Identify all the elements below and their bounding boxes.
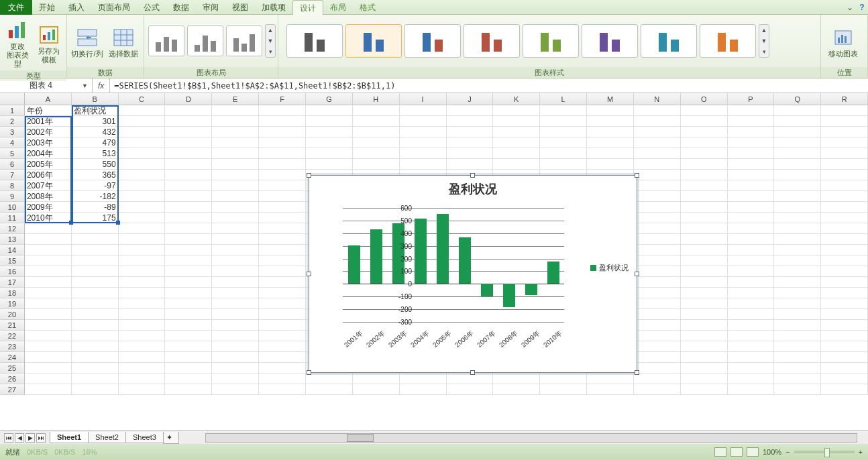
cell-O5[interactable] xyxy=(681,148,728,159)
cell-E25[interactable] xyxy=(212,363,259,373)
row-header-16[interactable]: 16 xyxy=(0,266,25,277)
cell-A6[interactable]: 2005年 xyxy=(25,159,72,170)
cell-L27[interactable] xyxy=(540,384,587,395)
cell-P23[interactable] xyxy=(728,341,775,352)
cell-Q11[interactable] xyxy=(774,213,821,223)
sheet-tab-2[interactable]: Sheet2 xyxy=(88,432,126,443)
cell-E7[interactable] xyxy=(212,170,259,180)
bar-2004年[interactable] xyxy=(415,219,427,284)
cell-H5[interactable] xyxy=(353,148,400,159)
cell-B8[interactable]: -97 xyxy=(72,180,119,191)
cell-I5[interactable] xyxy=(400,148,447,159)
cell-A2[interactable]: 2001年 xyxy=(25,116,72,127)
cell-B2[interactable]: 301 xyxy=(72,116,119,127)
cell-Q14[interactable] xyxy=(774,245,821,255)
cell-N26[interactable] xyxy=(634,373,681,384)
tab-data[interactable]: 数据 xyxy=(166,0,196,15)
chart-style-gallery[interactable]: ▲▼▾ xyxy=(282,24,816,58)
cell-D13[interactable] xyxy=(165,234,212,245)
cell-O18[interactable] xyxy=(681,288,728,298)
cell-D8[interactable] xyxy=(165,180,212,191)
cell-Q4[interactable] xyxy=(774,137,821,148)
cell-G1[interactable] xyxy=(306,105,353,116)
cell-B9[interactable]: -182 xyxy=(72,191,119,202)
cell-E6[interactable] xyxy=(212,159,259,170)
sheet-nav[interactable]: ⏮◀▶⏭ xyxy=(0,433,50,443)
tab-insert[interactable]: 插入 xyxy=(62,0,91,15)
cell-P8[interactable] xyxy=(728,180,775,191)
cell-B17[interactable] xyxy=(72,277,119,288)
cell-P1[interactable] xyxy=(728,105,775,116)
cell-M2[interactable] xyxy=(587,116,634,127)
cell-Q10[interactable] xyxy=(774,202,821,213)
cell-A18[interactable] xyxy=(25,288,72,298)
cell-C11[interactable] xyxy=(119,213,166,223)
cell-O15[interactable] xyxy=(681,255,728,266)
tab-home[interactable]: 开始 xyxy=(32,0,62,15)
cell-Q25[interactable] xyxy=(774,363,821,373)
zoom-in-button[interactable]: + xyxy=(859,448,863,456)
cell-G6[interactable] xyxy=(306,159,353,170)
row-header-13[interactable]: 13 xyxy=(0,234,25,245)
style-thumb-3[interactable] xyxy=(404,24,461,58)
cell-R24[interactable] xyxy=(821,352,868,363)
cell-B22[interactable] xyxy=(72,331,119,341)
row-header-6[interactable]: 6 xyxy=(0,159,25,170)
cell-F15[interactable] xyxy=(259,255,306,266)
cell-I2[interactable] xyxy=(400,116,447,127)
cell-N14[interactable] xyxy=(634,245,681,255)
cell-O19[interactable] xyxy=(681,298,728,309)
bar-2010年[interactable] xyxy=(547,262,559,284)
cell-N5[interactable] xyxy=(634,148,681,159)
bar-2005年[interactable] xyxy=(437,214,449,284)
cell-R16[interactable] xyxy=(821,266,868,277)
cell-N4[interactable] xyxy=(634,137,681,148)
cell-P6[interactable] xyxy=(728,159,775,170)
cell-Q21[interactable] xyxy=(774,320,821,331)
view-pagebreak-button[interactable] xyxy=(747,447,759,457)
cell-E15[interactable] xyxy=(212,255,259,266)
cell-P9[interactable] xyxy=(728,191,775,202)
cell-H1[interactable] xyxy=(353,105,400,116)
cell-C2[interactable] xyxy=(119,116,166,127)
row-header-23[interactable]: 23 xyxy=(0,341,25,352)
row-header-18[interactable]: 18 xyxy=(0,288,25,298)
cell-M4[interactable] xyxy=(587,137,634,148)
cell-B16[interactable] xyxy=(72,266,119,277)
cell-F21[interactable] xyxy=(259,320,306,331)
cell-R4[interactable] xyxy=(821,137,868,148)
cell-P5[interactable] xyxy=(728,148,775,159)
cell-D6[interactable] xyxy=(165,159,212,170)
row-header-20[interactable]: 20 xyxy=(0,309,25,320)
cell-A15[interactable] xyxy=(25,255,72,266)
cell-R7[interactable] xyxy=(821,170,868,180)
cell-B24[interactable] xyxy=(72,352,119,363)
cell-K26[interactable] xyxy=(493,373,540,384)
cell-N18[interactable] xyxy=(634,288,681,298)
row-header-22[interactable]: 22 xyxy=(0,331,25,341)
cell-G4[interactable] xyxy=(306,137,353,148)
cell-C21[interactable] xyxy=(119,320,166,331)
cell-K1[interactable] xyxy=(493,105,540,116)
cell-N7[interactable] xyxy=(634,170,681,180)
cell-D27[interactable] xyxy=(165,384,212,395)
cell-B23[interactable] xyxy=(72,341,119,352)
cell-H26[interactable] xyxy=(353,373,400,384)
cell-D14[interactable] xyxy=(165,245,212,255)
col-header-Q[interactable]: Q xyxy=(774,93,821,105)
cell-L2[interactable] xyxy=(540,116,587,127)
cell-O22[interactable] xyxy=(681,331,728,341)
cell-J5[interactable] xyxy=(447,148,494,159)
cell-P21[interactable] xyxy=(728,320,775,331)
cell-D10[interactable] xyxy=(165,202,212,213)
cell-C1[interactable] xyxy=(119,105,166,116)
switch-row-col-button[interactable]: 切换行/列 xyxy=(71,24,103,58)
cell-N20[interactable] xyxy=(634,309,681,320)
cell-O11[interactable] xyxy=(681,213,728,223)
cell-J4[interactable] xyxy=(447,137,494,148)
cell-P11[interactable] xyxy=(728,213,775,223)
cell-N9[interactable] xyxy=(634,191,681,202)
cell-J1[interactable] xyxy=(447,105,494,116)
fx-icon[interactable]: fx xyxy=(93,78,110,93)
cell-P27[interactable] xyxy=(728,384,775,395)
